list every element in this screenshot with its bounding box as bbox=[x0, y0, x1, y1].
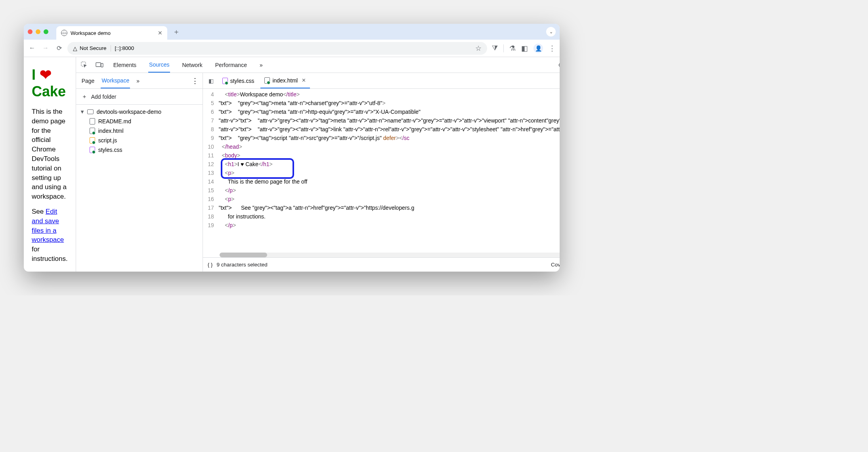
tab-performance[interactable]: Performance bbox=[214, 58, 248, 72]
file-icon bbox=[90, 147, 95, 153]
code-line[interactable]: 13 <p> bbox=[203, 169, 560, 177]
rendered-page: I ❤ Cake This is the demo page for the o… bbox=[24, 57, 76, 272]
nav-buttons: ← → ⟳ bbox=[29, 44, 63, 52]
disclosure-icon: ▶ bbox=[80, 110, 84, 113]
bookmark-icon[interactable]: ☆ bbox=[475, 44, 482, 53]
code-editor[interactable]: 4 <title>Workspace demo</title>5"txt"> "… bbox=[203, 89, 560, 257]
editor-tab-styles[interactable]: styles.css bbox=[218, 73, 258, 88]
maximize-window-button[interactable] bbox=[44, 29, 48, 34]
close-window-button[interactable] bbox=[28, 29, 33, 34]
new-tab-button[interactable]: ＋ bbox=[170, 27, 182, 36]
file-row[interactable]: script.js bbox=[76, 136, 203, 145]
code-line[interactable]: 9"txt"> "grey"><"tag">script "attr-n">sr… bbox=[203, 134, 560, 142]
file-icon bbox=[222, 78, 228, 84]
devtools-panel: Elements Sources Network Performance » ⚙… bbox=[76, 57, 560, 272]
code-line[interactable]: 15 </p> bbox=[203, 186, 560, 195]
devtools-body: Page Workspace » ⋮ ＋ Add folder ▶ devtoo bbox=[76, 73, 560, 272]
divider bbox=[503, 44, 504, 52]
folder-row[interactable]: ▶ devtools-workspace-demo bbox=[76, 107, 203, 117]
file-tree: ▶ devtools-workspace-demo README.md inde… bbox=[76, 105, 203, 157]
tab-network[interactable]: Network bbox=[181, 58, 203, 72]
folder-name: devtools-workspace-demo bbox=[97, 109, 161, 115]
code-line[interactable]: 18 for instructions. bbox=[203, 212, 560, 221]
heart-icon: ❤ bbox=[40, 67, 52, 83]
warning-icon: △ bbox=[73, 45, 77, 52]
reload-button[interactable]: ⟳ bbox=[55, 44, 63, 52]
page-paragraph: See Edit and save files in a workspace f… bbox=[32, 207, 68, 264]
file-row[interactable]: index.html bbox=[76, 126, 203, 136]
file-name: styles.css bbox=[98, 147, 122, 153]
add-folder-label: Add folder bbox=[91, 94, 117, 100]
profile-avatar[interactable]: 👤 bbox=[533, 44, 543, 53]
code-line[interactable]: 5"txt"> "grey"><"tag">meta "attr-n">char… bbox=[203, 99, 560, 107]
back-button[interactable]: ← bbox=[29, 44, 36, 52]
browser-tab[interactable]: Workspace demo ✕ bbox=[56, 26, 167, 40]
code-line[interactable]: 6"txt"> "grey"><"tag">meta "attr-n">http… bbox=[203, 107, 560, 116]
code-line[interactable]: 10 </head> bbox=[203, 142, 560, 151]
svg-rect-2 bbox=[101, 63, 103, 67]
code-line[interactable]: 11 <body> bbox=[203, 151, 560, 160]
tab-page[interactable]: Page bbox=[81, 74, 96, 88]
code-line[interactable]: 7"attr-v">"txt"> "attr-v">"grey"><"attr-… bbox=[203, 116, 560, 125]
editor-tab-label: index.html bbox=[272, 77, 298, 84]
toggle-navigator-icon[interactable]: ◧ bbox=[206, 78, 216, 84]
code-line[interactable]: 8"attr-v">"txt"> "attr-v">"grey"><"attr-… bbox=[203, 125, 560, 134]
page-heading: I ❤ Cake bbox=[32, 67, 68, 100]
svg-rect-1 bbox=[96, 63, 101, 67]
coverage-status: Coverage: n/a bbox=[551, 262, 560, 268]
editor-tab-index[interactable]: index.html ✕ bbox=[260, 73, 310, 88]
code-line[interactable]: 14 This is the demo page for the off bbox=[203, 177, 560, 186]
side-panel-icon[interactable]: ◧ bbox=[521, 44, 528, 53]
minimize-window-button[interactable] bbox=[36, 29, 40, 34]
address-bar[interactable]: △ Not Secure [::]:8000 ☆ bbox=[67, 42, 487, 55]
security-indicator[interactable]: △ Not Secure bbox=[73, 45, 111, 52]
editor-pane: ◧ styles.css index.html ✕ bbox=[203, 73, 560, 272]
labs-icon[interactable]: ⚗ bbox=[509, 44, 516, 53]
close-tab-icon[interactable]: ✕ bbox=[158, 30, 163, 36]
forward-button[interactable]: → bbox=[42, 44, 49, 52]
content-area: I ❤ Cake This is the demo page for the o… bbox=[24, 57, 560, 272]
file-icon bbox=[264, 77, 270, 84]
tabs-overflow-button[interactable]: » bbox=[259, 58, 264, 72]
inspect-element-icon[interactable] bbox=[80, 61, 89, 69]
code-line[interactable]: 4 <title>Workspace demo</title> bbox=[203, 90, 560, 99]
browser-window: Workspace demo ✕ ＋ ⌄ ← → ⟳ △ Not Secure … bbox=[24, 24, 560, 272]
globe-icon bbox=[61, 30, 67, 36]
file-row[interactable]: styles.css bbox=[76, 145, 203, 155]
browser-tabstrip: Workspace demo ✕ ＋ ⌄ bbox=[24, 24, 560, 40]
plus-icon: ＋ bbox=[82, 93, 87, 100]
sources-navigator: Page Workspace » ⋮ ＋ Add folder ▶ devtoo bbox=[76, 73, 203, 272]
navigator-tabs: Page Workspace » ⋮ bbox=[76, 73, 203, 89]
window-controls bbox=[28, 29, 48, 34]
tab-sources[interactable]: Sources bbox=[148, 57, 170, 73]
selection-status: 9 characters selected bbox=[216, 262, 267, 268]
code-line[interactable]: 17"txt"> See "grey"><"tag">a "attr-n">hr… bbox=[203, 203, 560, 212]
add-folder-button[interactable]: ＋ Add folder bbox=[76, 89, 203, 105]
tab-title: Workspace demo bbox=[71, 30, 111, 36]
tabs-dropdown-button[interactable]: ⌄ bbox=[546, 27, 556, 36]
navigator-overflow[interactable]: » bbox=[136, 74, 140, 88]
editor-tabbar: ◧ styles.css index.html ✕ bbox=[203, 73, 560, 89]
tab-workspace[interactable]: Workspace bbox=[101, 73, 130, 88]
extensions-icon[interactable]: ⧩ bbox=[492, 44, 498, 52]
toolbar-right: ⧩ ⚗ ◧ 👤 ⋮ bbox=[492, 44, 555, 53]
scrollbar-thumb[interactable] bbox=[220, 253, 267, 257]
file-name: README.md bbox=[98, 118, 131, 124]
device-toolbar-icon[interactable] bbox=[95, 62, 104, 68]
code-line[interactable]: 12 <h1>I ♥ Cake</h1> bbox=[203, 160, 560, 169]
close-editor-tab-icon[interactable]: ✕ bbox=[302, 77, 306, 83]
code-line[interactable]: 19 </p> bbox=[203, 221, 560, 230]
code-line[interactable]: 16 <p> bbox=[203, 195, 560, 203]
editor-tab-label: styles.css bbox=[230, 78, 254, 84]
file-icon bbox=[90, 128, 95, 134]
settings-icon[interactable]: ⚙ bbox=[556, 62, 560, 68]
format-icon[interactable]: { } bbox=[208, 262, 213, 268]
security-text: Not Secure bbox=[80, 45, 107, 51]
file-row[interactable]: README.md bbox=[76, 117, 203, 126]
horizontal-scrollbar[interactable] bbox=[220, 253, 560, 257]
browser-menu-button[interactable]: ⋮ bbox=[549, 44, 555, 53]
tab-elements[interactable]: Elements bbox=[113, 58, 137, 72]
browser-toolbar: ← → ⟳ △ Not Secure [::]:8000 ☆ ⧩ ⚗ ◧ 👤 ⋮ bbox=[24, 40, 560, 57]
devtools-tabbar: Elements Sources Network Performance » ⚙… bbox=[76, 57, 560, 73]
navigator-menu-button[interactable]: ⋮ bbox=[191, 77, 198, 85]
